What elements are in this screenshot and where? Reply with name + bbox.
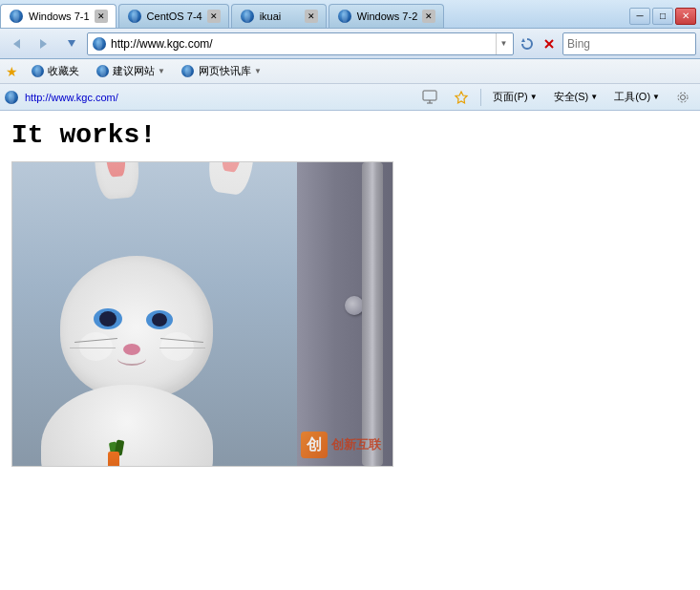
fav-suggest-arrow: ▼ bbox=[158, 67, 165, 75]
svg-marker-2 bbox=[68, 40, 75, 47]
watermark-logo-text: 创 bbox=[307, 435, 322, 455]
tab-label-centos74: CentOS 7-4 bbox=[147, 11, 202, 22]
pipe-right bbox=[362, 162, 383, 466]
tab-label-win7-1: Windows 7-1 bbox=[29, 11, 90, 22]
tab-ikuai[interactable]: ikuai ✕ bbox=[231, 4, 327, 28]
wall-bolt bbox=[345, 296, 364, 315]
rabbit-body-torso bbox=[41, 385, 213, 467]
toolbar2-gear[interactable] bbox=[669, 88, 696, 107]
close-button[interactable]: ✕ bbox=[675, 8, 696, 25]
address-ie-icon bbox=[92, 36, 107, 52]
address-bar-row: ▼ bbox=[0, 29, 700, 59]
rabbit-cheek-left bbox=[79, 332, 113, 361]
toolbar2-favorites-btn[interactable] bbox=[447, 87, 476, 108]
tools-button-label: 工具(O) bbox=[614, 90, 650, 104]
page-button-arrow: ▼ bbox=[530, 93, 538, 101]
favorites-label[interactable]: 收藏夹 bbox=[26, 63, 83, 80]
toolbar2-icons[interactable] bbox=[415, 87, 444, 108]
rabbit-mouth bbox=[117, 351, 146, 366]
refresh-button[interactable] bbox=[517, 33, 538, 54]
rabbit-paw bbox=[89, 466, 146, 467]
fav-item-suggest[interactable]: 建议网站 ▼ bbox=[91, 63, 169, 80]
svg-point-11 bbox=[681, 95, 686, 99]
fav-quicknews-icon bbox=[180, 64, 196, 79]
tab-label-win72: Windows 7-2 bbox=[357, 11, 418, 22]
toolbar2-url[interactable]: http://www.kgc.com/ bbox=[21, 90, 212, 105]
rabbit-head bbox=[60, 256, 213, 399]
minimize-button[interactable]: ─ bbox=[629, 8, 650, 25]
tools-button[interactable]: 工具(O) ▼ bbox=[607, 87, 667, 107]
search-input[interactable] bbox=[567, 37, 700, 51]
page-button[interactable]: 页面(P) ▼ bbox=[486, 87, 544, 107]
svg-marker-3 bbox=[521, 38, 525, 42]
whisker-right-mid bbox=[159, 348, 205, 348]
rabbit-image: 创 创新互联 bbox=[11, 161, 393, 467]
svg-marker-0 bbox=[13, 39, 20, 49]
watermark: 创 创新互联 bbox=[301, 432, 381, 458]
tab-win7-1[interactable]: Windows 7-1 ✕ bbox=[0, 4, 117, 28]
tab-win72[interactable]: Windows 7-2 ✕ bbox=[329, 4, 445, 28]
address-actions bbox=[517, 33, 560, 54]
rabbit-eye-left bbox=[94, 308, 122, 329]
security-button[interactable]: 安全(S) ▼ bbox=[547, 87, 605, 107]
address-container: ▼ bbox=[87, 32, 514, 55]
watermark-company: 创新互联 bbox=[331, 436, 381, 453]
security-button-arrow: ▼ bbox=[590, 93, 598, 101]
search-container bbox=[562, 32, 696, 55]
maximize-button[interactable]: □ bbox=[652, 8, 673, 25]
window-controls: ─ □ ✕ bbox=[629, 4, 700, 28]
stop-button[interactable] bbox=[539, 33, 560, 54]
content-area: It works! bbox=[0, 111, 700, 590]
tab-icon-win7-1 bbox=[9, 9, 24, 24]
carrot-container bbox=[108, 452, 119, 467]
tools-button-arrow: ▼ bbox=[652, 93, 660, 101]
svg-marker-1 bbox=[40, 39, 47, 49]
tab-centos74[interactable]: CentOS 7-4 ✕ bbox=[118, 4, 229, 28]
rabbit-eye-right bbox=[146, 310, 173, 329]
tab-icon-win72 bbox=[337, 9, 352, 24]
back-button[interactable] bbox=[4, 32, 29, 55]
forward-button[interactable] bbox=[32, 32, 56, 55]
favorites-text: 收藏夹 bbox=[48, 64, 79, 78]
page-button-label: 页面(P) bbox=[493, 90, 528, 104]
security-button-label: 安全(S) bbox=[554, 90, 589, 104]
fav-quicknews-label: 网页快讯库 bbox=[199, 64, 251, 78]
toolbar2: http://www.kgc.com/ 页面(P) ▼ 安全(S) ▼ 工具(O… bbox=[0, 84, 700, 111]
favorites-star: ★ bbox=[6, 64, 18, 79]
tab-icon-ikuai bbox=[240, 9, 255, 24]
wall-right bbox=[297, 162, 392, 466]
tab-icon-centos74 bbox=[127, 9, 142, 24]
rabbit-cheek-right bbox=[160, 332, 194, 361]
address-dropdown-button[interactable]: ▼ bbox=[496, 33, 511, 54]
fav-suggest-label: 建议网站 bbox=[113, 64, 155, 78]
dropdown-history-button[interactable] bbox=[59, 32, 84, 55]
tab-close-ikuai[interactable]: ✕ bbox=[305, 10, 318, 23]
toolbar2-ie-icon bbox=[4, 90, 19, 105]
toolbar2-separator bbox=[480, 89, 481, 106]
rabbit-ear-right-inner bbox=[220, 161, 249, 173]
tab-close-win72[interactable]: ✕ bbox=[422, 10, 435, 23]
svg-point-12 bbox=[678, 93, 688, 102]
whisker-left-mid bbox=[70, 348, 116, 348]
favorites-bar: ★ 收藏夹 建议网站 ▼ 网页快讯库 ▼ bbox=[0, 59, 700, 84]
address-input[interactable] bbox=[109, 37, 496, 51]
watermark-logo: 创 bbox=[301, 432, 328, 458]
rabbit-body bbox=[41, 199, 251, 437]
rabbit-ear-left-inner bbox=[101, 161, 126, 178]
fav-suggest-icon bbox=[95, 64, 110, 79]
favorites-icon bbox=[30, 64, 45, 79]
fav-quicknews-arrow: ▼ bbox=[254, 67, 262, 75]
svg-rect-8 bbox=[423, 91, 436, 100]
tab-close-centos74[interactable]: ✕ bbox=[207, 10, 221, 23]
fav-item-quicknews[interactable]: 网页快讯库 ▼ bbox=[177, 63, 265, 80]
it-works-heading: It works! bbox=[11, 120, 689, 150]
carrot-body bbox=[108, 452, 119, 467]
tab-label-ikuai: ikuai bbox=[260, 11, 282, 22]
tab-close-win7-1[interactable]: ✕ bbox=[95, 10, 108, 23]
title-bar: Windows 7-1 ✕ CentOS 7-4 ✕ ikuai ✕ Windo… bbox=[0, 0, 700, 29]
